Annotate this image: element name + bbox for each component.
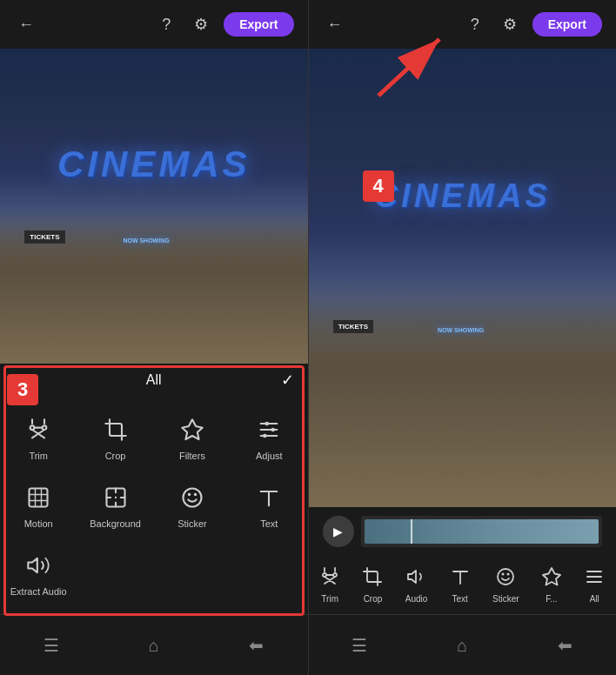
right-audio-icon	[406, 566, 427, 591]
svg-point-8	[114, 497, 116, 498]
timeline-track[interactable]	[361, 516, 603, 547]
menu-icon: ☰	[44, 637, 59, 654]
left-nav-home[interactable]: ⌂	[103, 630, 205, 661]
export-button[interactable]: Export	[224, 12, 293, 37]
back-nav-icon: ⬅	[249, 637, 264, 654]
right-tool-sticker[interactable]: Sticker	[485, 563, 526, 607]
right-filters-label: F...	[546, 594, 557, 604]
motion-icon	[23, 482, 54, 513]
right-home-icon: ⌂	[457, 637, 467, 654]
settings-button[interactable]: ⚙	[189, 12, 213, 37]
right-top-bar: ← ? ⚙ Export	[309, 0, 617, 49]
background-label: Background	[90, 518, 141, 529]
timeline-content	[365, 519, 599, 544]
right-tickets-sign: TICKETS	[333, 320, 373, 333]
play-button[interactable]: ▶	[323, 516, 354, 547]
right-all-label: All	[590, 594, 599, 604]
right-top-bar-left: ←	[323, 12, 347, 37]
timeline-area: ▶	[309, 507, 617, 556]
right-top-bar-right: ? ⚙ Export	[463, 12, 602, 37]
home-icon: ⌂	[149, 637, 159, 654]
svg-point-3	[265, 422, 270, 426]
svg-point-22	[498, 569, 513, 585]
right-cinema-text: CINEMAS	[374, 177, 551, 215]
right-sticker-icon	[495, 566, 516, 591]
back-button[interactable]: ←	[14, 12, 38, 37]
right-all-icon	[584, 566, 605, 591]
sticker-icon	[177, 482, 208, 513]
tool-adjust[interactable]: Adjust	[231, 404, 307, 471]
cinema-title-text: CINEMAS	[57, 144, 251, 185]
tool-text[interactable]: Text	[231, 471, 307, 539]
extract-audio-icon	[23, 550, 54, 581]
text-icon	[253, 482, 285, 513]
motion-label: Motion	[24, 518, 53, 529]
background-icon	[100, 482, 131, 513]
svg-point-4	[271, 428, 276, 432]
left-nav-back[interactable]: ⬅	[205, 630, 308, 661]
left-top-bar-right: ? ⚙ Export	[154, 12, 293, 37]
right-settings-button[interactable]: ⚙	[498, 12, 522, 37]
right-tool-crop[interactable]: Crop	[355, 563, 390, 607]
left-nav-menu[interactable]: ☰	[0, 630, 103, 661]
now-showing-sign: NOW SHOWING	[123, 237, 169, 244]
right-bottom-tools: Trim Crop Audio Text Sti	[309, 556, 617, 614]
right-nav-menu[interactable]: ☰	[309, 630, 412, 661]
svg-point-13	[183, 489, 201, 507]
adjust-label: Adjust	[256, 451, 283, 461]
step4-badge: 4	[363, 170, 394, 202]
right-nav-back[interactable]: ⬅	[513, 630, 616, 661]
tool-background[interactable]: Background	[77, 471, 153, 539]
tool-sticker[interactable]: Sticker	[154, 471, 231, 539]
tickets-sign: TICKETS	[24, 231, 64, 244]
help-button[interactable]: ?	[154, 12, 178, 37]
crop-icon	[100, 414, 131, 445]
right-sticker-label: Sticker	[492, 594, 519, 604]
left-top-bar-left: ←	[14, 12, 38, 37]
extract-audio-label: Extract Audio	[10, 586, 67, 597]
right-panel: ← ? ⚙ Export CINEMAS TICKETS NOW SHOWING…	[309, 0, 617, 675]
right-audio-label: Audio	[405, 594, 428, 604]
svg-point-5	[263, 434, 267, 438]
right-trim-icon	[319, 566, 340, 591]
tools-check[interactable]: ✓	[281, 371, 294, 390]
right-cinema-overlay	[309, 278, 617, 508]
cinema-overlay	[0, 206, 308, 364]
right-tool-trim[interactable]: Trim	[312, 563, 347, 607]
tool-extract-audio[interactable]: Extract Audio	[0, 539, 77, 607]
left-top-bar: ← ? ⚙ Export	[0, 0, 308, 49]
right-text-icon	[450, 566, 471, 591]
trim-label: Trim	[29, 451, 48, 461]
tools-panel: All ✓ Trim Crop F	[0, 364, 308, 614]
tools-header-title: All	[146, 372, 162, 388]
right-tool-text[interactable]: Text	[443, 563, 478, 607]
tool-motion[interactable]: Motion	[0, 471, 77, 539]
right-tool-filters[interactable]: F...	[534, 563, 569, 607]
right-crop-label: Crop	[364, 594, 383, 604]
right-crop-icon	[362, 566, 383, 591]
text-label: Text	[260, 518, 278, 529]
tool-trim[interactable]: Trim	[0, 404, 77, 471]
right-video-preview: CINEMAS TICKETS NOW SHOWING 4	[309, 49, 617, 507]
right-menu-icon: ☰	[352, 637, 367, 654]
right-filters-icon	[541, 566, 562, 591]
tool-filters[interactable]: Filters	[154, 404, 231, 471]
left-bottom-nav: ☰ ⌂ ⬅	[0, 614, 308, 675]
right-back-button[interactable]: ←	[323, 12, 347, 37]
right-now-showing: NOW SHOWING	[438, 327, 484, 333]
right-tool-audio[interactable]: Audio	[398, 563, 435, 607]
right-tool-all[interactable]: All	[577, 563, 612, 607]
right-help-button[interactable]: ?	[463, 12, 487, 37]
playhead	[411, 519, 412, 544]
left-panel: ← ? ⚙ Export CINEMAS TICKETS NOW SHOWING…	[0, 0, 308, 675]
sticker-label: Sticker	[177, 518, 207, 529]
adjust-icon	[253, 414, 285, 445]
trim-icon	[23, 414, 54, 445]
right-text-label: Text	[452, 594, 468, 604]
tools-header: All ✓	[0, 364, 308, 397]
right-export-button[interactable]: Export	[532, 12, 602, 37]
right-nav-home[interactable]: ⌂	[411, 630, 513, 661]
filters-label: Filters	[179, 451, 205, 461]
step3-badge: 3	[7, 374, 38, 405]
tool-crop[interactable]: Crop	[77, 404, 153, 471]
